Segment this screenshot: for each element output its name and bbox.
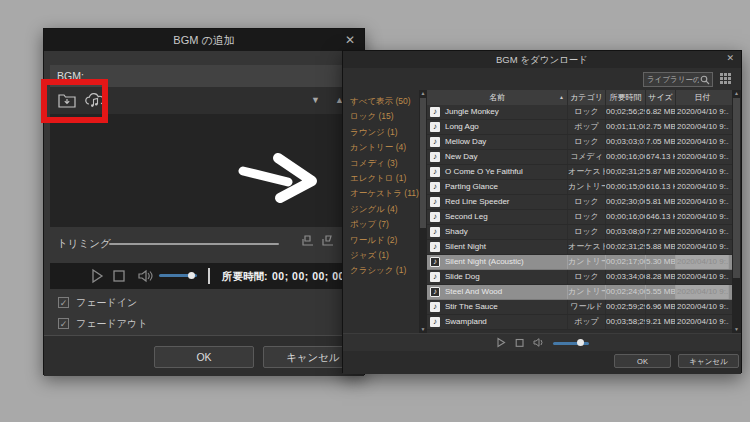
category-item[interactable]: ワールド (2) bbox=[350, 233, 419, 248]
track-category: オーケストラ bbox=[568, 240, 606, 254]
column-category[interactable]: カテゴリー bbox=[568, 90, 606, 105]
category-item[interactable]: オーケストラ (11) bbox=[350, 186, 419, 201]
category-item[interactable]: ジャズ (1) bbox=[350, 248, 419, 263]
library-view-icon[interactable] bbox=[720, 73, 733, 86]
track-category: ロック bbox=[568, 270, 606, 284]
scroll-up-icon[interactable]: ▲ bbox=[419, 90, 427, 97]
speaker-icon[interactable] bbox=[533, 337, 544, 348]
track-size: 7.05 MB bbox=[646, 135, 676, 149]
play-icon[interactable] bbox=[496, 337, 506, 348]
scroll-down-icon[interactable]: ▼ bbox=[732, 326, 741, 333]
stop-icon[interactable] bbox=[515, 338, 524, 348]
music-note-icon: ♪ bbox=[430, 287, 440, 297]
category-item[interactable]: エレクトロ (1) bbox=[350, 171, 419, 186]
column-date[interactable]: 日付 bbox=[676, 90, 729, 105]
music-note-icon: ♪ bbox=[430, 242, 440, 252]
track-name: O Come O Ye Faithful bbox=[445, 165, 523, 179]
scroll-down-icon[interactable]: ▼ bbox=[419, 326, 427, 333]
sidebar-scrollbar[interactable]: ▲ ▼ bbox=[419, 90, 427, 333]
cancel-button[interactable]: キャンセル bbox=[678, 354, 739, 368]
table-header: 名前 ▲ カテゴリー 所要時間 サイズ 日付 bbox=[427, 90, 734, 105]
close-icon[interactable]: ✕ bbox=[726, 53, 734, 63]
volume-slider[interactable] bbox=[553, 339, 589, 347]
track-name-cell: ♪Silent Night bbox=[427, 240, 568, 254]
category-item[interactable]: ポップ (7) bbox=[350, 217, 419, 232]
fade-in-checkbox[interactable]: ✓ bbox=[58, 297, 69, 308]
table-row[interactable]: ♪Stir The Sauceワールド00;02;59;296.96 MB202… bbox=[427, 300, 734, 315]
track-size: 616.13 KB bbox=[646, 180, 676, 194]
annotation-red-box bbox=[41, 79, 108, 123]
column-size[interactable]: サイズ bbox=[646, 90, 676, 105]
category-item[interactable]: すべて表示 (50) bbox=[350, 94, 419, 109]
track-category: ポップ bbox=[568, 120, 606, 134]
search-icon[interactable] bbox=[700, 75, 710, 85]
category-item[interactable]: ジングル (4) bbox=[350, 202, 419, 217]
track-size: 5.81 MB bbox=[646, 195, 676, 209]
table-row[interactable]: ♪O Come O Ye Faithfulオーケストラ00;02;31;295.… bbox=[427, 165, 734, 180]
scrollbar-thumb[interactable] bbox=[733, 98, 740, 278]
column-name[interactable]: 名前 ▲ bbox=[427, 90, 568, 105]
table-scrollbar[interactable]: ▲ ▼ bbox=[732, 90, 741, 333]
table-row[interactable]: ♪Parting Glanceカントリー00;00;15;00616.13 KB… bbox=[427, 180, 734, 195]
trim-slider[interactable] bbox=[109, 243, 279, 245]
table-row[interactable]: ♪Shadyロック00;03;08;007.27 MB2020/04/10 9:… bbox=[427, 225, 734, 240]
track-category: カントリー bbox=[568, 255, 606, 269]
fade-out-checkbox[interactable]: ✓ bbox=[58, 318, 69, 329]
table-row[interactable]: ♪Red Line Speederロック00;02;30;005.81 MB20… bbox=[427, 195, 734, 210]
track-name-cell: ♪Steel And Wood bbox=[427, 285, 568, 299]
table-row[interactable]: ♪New Dayコメディ00;00;16;00674.13 KB2020/04/… bbox=[427, 150, 734, 165]
track-date: 2020/04/10 9:... bbox=[676, 150, 729, 164]
track-name-cell: ♪Stir The Sauce bbox=[427, 300, 568, 314]
category-item[interactable]: カントリー (4) bbox=[350, 140, 419, 155]
ok-button[interactable]: OK bbox=[154, 346, 254, 368]
sort-asc-icon[interactable]: ▲ bbox=[559, 90, 564, 105]
music-note-icon: ♪ bbox=[430, 212, 440, 222]
table-row[interactable]: ♪Jungle Monkeyロック00;02;56;296.82 MB2020/… bbox=[427, 105, 734, 120]
add-bgm-titlebar[interactable]: BGM の追加 ✕ bbox=[44, 29, 364, 51]
column-duration[interactable]: 所要時間 bbox=[606, 90, 646, 105]
mark-out-icon[interactable] bbox=[321, 234, 335, 248]
scrollbar-thumb[interactable] bbox=[420, 98, 426, 228]
table-row[interactable]: ♪Mellow Dayロック00;03;03;017.05 MB2020/04/… bbox=[427, 135, 734, 150]
table-row[interactable]: ♪Slide Dogロック00;03;34;008.28 MB2020/04/1… bbox=[427, 270, 734, 285]
track-name: Silent Night (Acoustic) bbox=[445, 255, 524, 269]
table-row[interactable]: ♪Silent Night (Acoustic)カントリー00;02;17;00… bbox=[427, 255, 734, 270]
table-row[interactable]: ♪Steel And Woodカントリー00;02;24;005.55 MB20… bbox=[427, 285, 734, 300]
play-icon[interactable] bbox=[90, 268, 104, 288]
table-row[interactable]: ♪Silent Nightオーケストラ00;02;31;295.88 MB202… bbox=[427, 240, 734, 255]
category-item[interactable]: コメディ (3) bbox=[350, 156, 419, 171]
ok-button[interactable]: OK bbox=[614, 354, 671, 368]
track-size: 674.13 KB bbox=[646, 150, 676, 164]
category-item[interactable]: ラウンジ (1) bbox=[350, 125, 419, 140]
divider bbox=[208, 268, 210, 284]
fade-out-row[interactable]: ✓フェードアウト bbox=[58, 314, 147, 328]
track-category: ロック bbox=[568, 195, 606, 209]
track-duration: 00;01;11;00 bbox=[606, 120, 646, 134]
close-icon[interactable]: ✕ bbox=[345, 33, 355, 47]
speaker-icon[interactable] bbox=[137, 268, 153, 288]
track-duration: 00;02;24;00 bbox=[606, 285, 646, 299]
mark-in-icon[interactable] bbox=[301, 234, 315, 248]
track-name-cell: ♪Jungle Monkey bbox=[427, 105, 568, 119]
category-item[interactable]: ロック (15) bbox=[350, 109, 419, 124]
track-category: オーケストラ bbox=[568, 165, 606, 179]
table-row[interactable]: ♪Long Agoポップ00;01;11;002.75 MB2020/04/10… bbox=[427, 120, 734, 135]
category-item[interactable]: クラシック (1) bbox=[350, 263, 419, 278]
download-bgm-dialog: BGM をダウンロード ✕ すべて表示 (50)ロック (15)ラウンジ (1)… bbox=[342, 50, 742, 373]
table-row[interactable]: ♪Second Legロック00;00;16;00646.13 KB2020/0… bbox=[427, 210, 734, 225]
category-list: すべて表示 (50)ロック (15)ラウンジ (1)カントリー (4)コメディ … bbox=[343, 90, 419, 333]
volume-knob[interactable] bbox=[577, 339, 584, 346]
track-name: Slide Dog bbox=[445, 270, 480, 284]
track-size: 2.75 MB bbox=[646, 120, 676, 134]
scroll-up-icon[interactable]: ▲ bbox=[732, 90, 741, 97]
stop-icon[interactable] bbox=[112, 268, 125, 288]
table-row[interactable]: ♪Swamplandポップ00;03;58;299.21 MB2020/04/1… bbox=[427, 315, 734, 330]
volume-knob[interactable] bbox=[188, 272, 195, 279]
track-size: 5.55 MB bbox=[646, 285, 676, 299]
music-note-icon: ♪ bbox=[430, 302, 440, 312]
move-down-icon[interactable]: ▼ bbox=[311, 95, 320, 105]
fade-in-row[interactable]: ✓フェードイン bbox=[58, 293, 137, 307]
track-name-cell: ♪Swampland bbox=[427, 315, 568, 329]
track-date: 2020/04/10 9:... bbox=[676, 285, 729, 299]
download-titlebar[interactable]: BGM をダウンロード ✕ bbox=[343, 51, 741, 68]
